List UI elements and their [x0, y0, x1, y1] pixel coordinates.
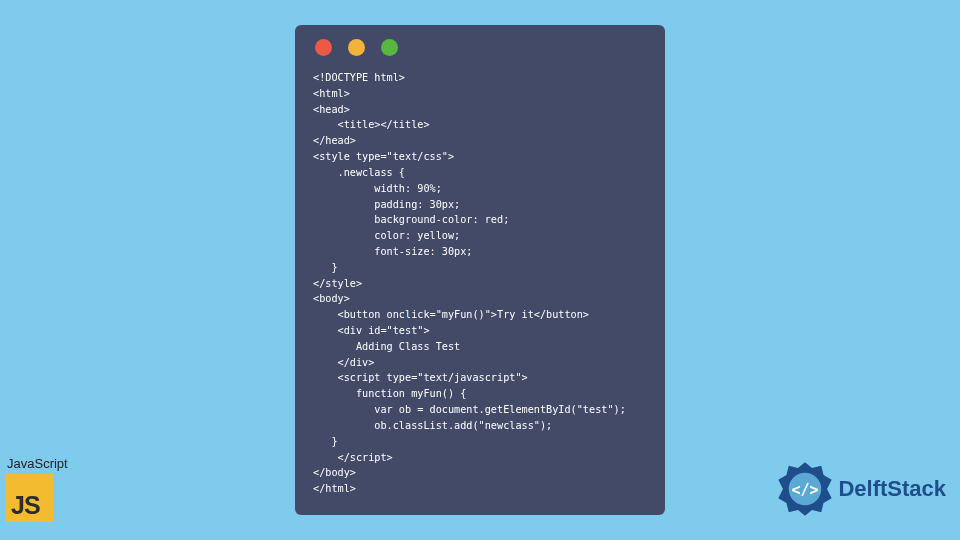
- javascript-label: JavaScript: [6, 456, 68, 471]
- maximize-dot-icon: [381, 39, 398, 56]
- close-dot-icon: [315, 39, 332, 56]
- window-controls: [313, 39, 647, 56]
- delftstack-text: DelftStack: [838, 476, 946, 502]
- javascript-logo-text: JS: [11, 491, 40, 520]
- svg-text:</>: </>: [792, 481, 819, 499]
- delftstack-badge: </> DelftStack: [776, 460, 946, 518]
- code-editor-window: <!DOCTYPE html> <html> <head> <title></t…: [295, 25, 665, 515]
- javascript-badge: JavaScript JS: [6, 456, 68, 522]
- delftstack-logo-icon: </>: [776, 460, 834, 518]
- minimize-dot-icon: [348, 39, 365, 56]
- code-block: <!DOCTYPE html> <html> <head> <title></t…: [313, 70, 647, 497]
- javascript-logo-icon: JS: [6, 474, 54, 522]
